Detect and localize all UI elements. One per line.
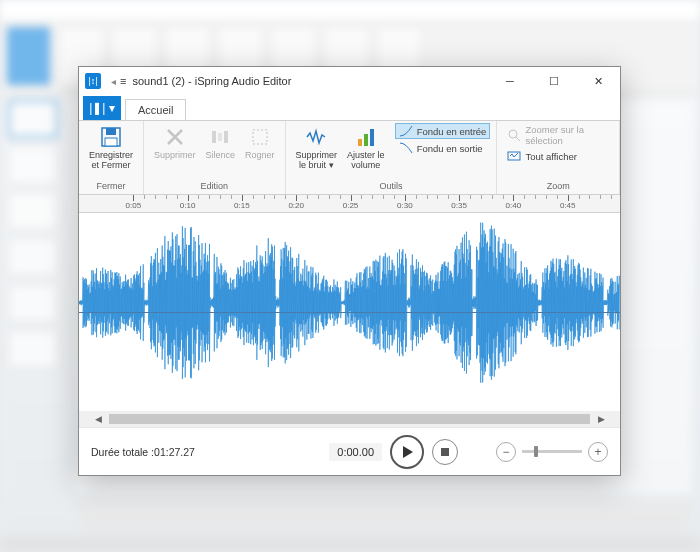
group-label-zoom: Zoom xyxy=(503,181,613,192)
show-all-icon xyxy=(507,149,521,163)
fade-out-icon xyxy=(399,141,413,155)
zoom-control: − + xyxy=(496,442,608,462)
zoom-selection-icon xyxy=(507,128,521,142)
ribbon-group-edition: Supprimer Silence Rogner Edition xyxy=(144,121,286,194)
show-all-button[interactable]: Tout afficher xyxy=(503,148,581,164)
adjust-volume-button[interactable]: Ajuster le volume xyxy=(343,123,389,173)
svg-rect-9 xyxy=(370,129,374,146)
stop-icon xyxy=(440,447,450,457)
svg-rect-3 xyxy=(212,131,216,143)
svg-rect-12 xyxy=(441,448,449,456)
ribbon: Enregistrer et Fermer Fermer Supprimer S… xyxy=(79,121,620,195)
svg-rect-7 xyxy=(358,139,362,146)
svg-rect-4 xyxy=(218,133,222,141)
svg-rect-5 xyxy=(224,131,228,143)
view-menu-button[interactable]: |❚| ▾ xyxy=(83,96,121,120)
tab-bar: |❚| ▾ Accueil xyxy=(79,95,620,121)
scroll-track[interactable] xyxy=(109,414,590,424)
waveform-midline xyxy=(79,312,620,313)
scroll-thumb[interactable] xyxy=(109,414,590,424)
horizontal-scrollbar[interactable]: ◀ ▶ xyxy=(79,411,620,427)
duration-label: Durée totale :01:27.27 xyxy=(91,446,195,458)
fade-out-button[interactable]: Fondu en sortie xyxy=(395,140,491,156)
group-label-edition: Edition xyxy=(150,181,279,192)
svg-rect-6 xyxy=(253,130,267,144)
scroll-right-icon[interactable]: ▶ xyxy=(594,412,608,426)
titlebar-sep: ≡ xyxy=(120,75,126,87)
silence-button: Silence xyxy=(202,123,240,163)
supprimer-button: Supprimer xyxy=(150,123,200,163)
zoom-in-button[interactable]: + xyxy=(588,442,608,462)
rogner-button: Rogner xyxy=(241,123,279,163)
svg-rect-8 xyxy=(364,134,368,146)
noise-icon xyxy=(304,125,328,149)
app-icon: |↕| xyxy=(85,73,101,89)
crop-icon xyxy=(248,125,272,149)
svg-point-10 xyxy=(509,130,517,138)
svg-rect-11 xyxy=(508,152,520,160)
delete-icon xyxy=(163,125,187,149)
volume-icon xyxy=(354,125,378,149)
ribbon-group-fermer: Enregistrer et Fermer Fermer xyxy=(79,121,144,194)
waveform-display[interactable] xyxy=(79,213,620,411)
scroll-left-icon[interactable]: ◀ xyxy=(91,412,105,426)
save-icon xyxy=(99,125,123,149)
remove-noise-button[interactable]: Supprimer le bruit ▾ xyxy=(292,123,342,173)
tab-accueil[interactable]: Accueil xyxy=(125,99,186,120)
stop-button[interactable] xyxy=(432,439,458,465)
group-label-outils: Outils xyxy=(292,181,491,192)
zoom-selection-button: Zoomer sur la sélection xyxy=(503,123,613,147)
playback-controls: Durée totale :01:27.27 0:00.00 − + xyxy=(79,427,620,475)
titlebar[interactable]: |↕| ◂ ≡ sound1 (2) - iSpring Audio Edito… xyxy=(79,67,620,95)
window-title: sound1 (2) - iSpring Audio Editor xyxy=(132,75,291,87)
play-button[interactable] xyxy=(390,435,424,469)
time-display: 0:00.00 xyxy=(329,443,382,461)
fade-in-icon xyxy=(399,124,413,138)
svg-rect-2 xyxy=(105,138,117,146)
group-label-fermer: Fermer xyxy=(85,181,137,192)
zoom-out-button[interactable]: − xyxy=(496,442,516,462)
ribbon-group-outils: Supprimer le bruit ▾ Ajuster le volume F… xyxy=(286,121,498,194)
audio-editor-window: |↕| ◂ ≡ sound1 (2) - iSpring Audio Edito… xyxy=(78,66,621,476)
close-button[interactable]: ✕ xyxy=(576,67,620,95)
play-icon xyxy=(400,445,414,459)
silence-icon xyxy=(208,125,232,149)
ribbon-group-zoom: Zoomer sur la sélection Tout afficher Zo… xyxy=(497,121,620,194)
time-ruler[interactable]: 0:050:100:150:200:250:300:350:400:45 xyxy=(79,195,620,213)
maximize-button[interactable]: ☐ xyxy=(532,67,576,95)
minimize-button[interactable]: ─ xyxy=(488,67,532,95)
save-close-button[interactable]: Enregistrer et Fermer xyxy=(85,123,137,173)
zoom-handle[interactable] xyxy=(534,446,538,457)
back-arrow-icon: ◂ xyxy=(111,76,116,87)
zoom-slider[interactable] xyxy=(522,450,582,453)
svg-rect-1 xyxy=(106,128,116,135)
fade-in-button[interactable]: Fondu en entrée xyxy=(395,123,491,139)
